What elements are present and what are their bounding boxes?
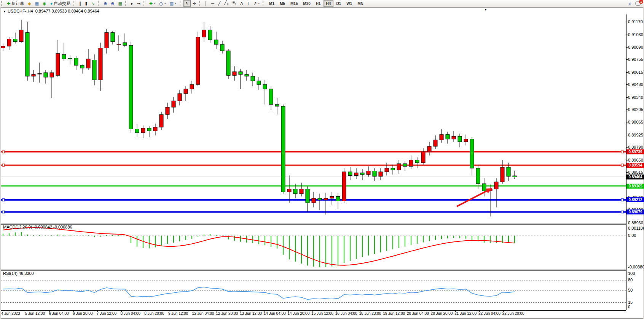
timeframe-h1[interactable]: H1	[313, 0, 324, 7]
support-line-blue-2-handle[interactable]	[2, 211, 5, 213]
vertical-line-button[interactable]: │	[203, 0, 209, 7]
time-tick-label: 16 Jun 04:00	[335, 311, 357, 316]
support-line-blue-2-handle[interactable]	[621, 211, 623, 213]
candle	[220, 44, 224, 51]
time-tick-label: 6 Jun 04:00	[49, 311, 69, 316]
chevron-down-icon[interactable]: ▾	[175, 2, 177, 5]
toolbar-grip	[180, 1, 182, 6]
crosshair-button[interactable]: ✛	[191, 0, 198, 7]
trendline-button[interactable]: ╱	[216, 0, 223, 7]
resistance-line-2-handle[interactable]	[621, 164, 623, 166]
chart-shift-button[interactable]: ⇥	[135, 0, 142, 7]
zoom-in-button[interactable]: ⊕	[102, 0, 109, 7]
cursor-button[interactable]: ↖	[183, 0, 191, 7]
timeframe-d1[interactable]: D1	[333, 0, 344, 7]
zoom-out-button[interactable]: ⊖	[109, 0, 116, 7]
timeframe-m1[interactable]: M1	[266, 0, 277, 7]
price-tick-label: 0.90205	[628, 107, 644, 112]
candle	[38, 73, 41, 74]
candle	[74, 58, 78, 65]
macd-panel[interactable]	[1, 225, 626, 269]
candle	[56, 54, 60, 75]
candle	[196, 37, 200, 84]
macd-value: -0.000842	[33, 225, 52, 229]
rsi-value: 46.3300	[19, 271, 34, 276]
chart-menu-icon[interactable]: ▼	[484, 8, 487, 11]
horizontal-line-button[interactable]: ─	[209, 0, 216, 7]
chevron-down-icon[interactable]: ▾	[258, 2, 260, 5]
candle	[239, 72, 242, 75]
new-order-button[interactable]: ✚新订单	[5, 0, 26, 7]
time-tick-label: 20 Jun 20:00	[431, 311, 453, 316]
tile-windows-button[interactable]: ▦	[116, 0, 124, 7]
search-icon[interactable]: ⌕	[629, 0, 631, 6]
resistance-line-1-handle[interactable]	[621, 151, 623, 153]
price-tick	[626, 97, 628, 98]
arrows-button[interactable]: ↗▾	[251, 0, 261, 7]
main-chart[interactable]	[1, 15, 626, 224]
candle	[446, 135, 450, 139]
candle	[367, 171, 370, 175]
fibonacci-button[interactable]: ≡F	[231, 0, 239, 7]
rsi-panel[interactable]	[1, 271, 626, 309]
support-line-blue-1-handle[interactable]	[2, 199, 5, 201]
time-axis-line	[1, 310, 626, 311]
candlestick-chart-button[interactable]: ▮	[83, 0, 89, 7]
chart-shift-icon: ⇥	[137, 2, 140, 6]
line-chart-button[interactable]: ∿	[89, 0, 97, 7]
timeframe-m5[interactable]: M5	[277, 0, 288, 7]
auto-scroll-button[interactable]: ▸	[129, 0, 135, 7]
candle	[117, 44, 121, 45]
timeframe-w1[interactable]: W1	[344, 0, 355, 7]
support-line-blue-1-handle[interactable]	[621, 199, 623, 201]
time-tick-label: 12 Jun 04:00	[192, 311, 214, 316]
time-tick-label: 22 Jun 20:00	[502, 311, 524, 316]
price-tick	[626, 135, 628, 135]
text-label-button[interactable]: T	[245, 0, 252, 7]
crosshair-icon: ✛	[193, 2, 196, 6]
current-price-line-price-tag: 0.89464	[626, 175, 644, 179]
candle	[153, 127, 157, 131]
macd-scale-label: 0.00	[628, 233, 644, 238]
trend-arrow[interactable]	[457, 190, 488, 206]
market-watch-button[interactable]: ▦	[33, 0, 41, 7]
collapse-icon[interactable]: ▼	[3, 10, 6, 13]
price-tick	[626, 47, 628, 48]
panel-splitter-2[interactable]	[1, 270, 626, 271]
candle	[476, 168, 480, 184]
timeframe-m15[interactable]: M15	[288, 0, 300, 7]
time-tick-label: 20 Jun 04:00	[407, 311, 429, 316]
channel-button[interactable]: ╱E	[222, 0, 230, 7]
chevron-down-icon[interactable]: ▾	[164, 2, 166, 5]
candle	[184, 89, 188, 94]
timeframe-m30[interactable]: M30	[300, 0, 313, 7]
panel-splitter[interactable]	[1, 224, 626, 225]
rsi-scale-label: 15	[628, 300, 644, 305]
candle	[354, 173, 358, 175]
candle	[421, 152, 425, 163]
chart-symbol-period: USDCHF-,H4	[8, 9, 33, 13]
candle	[458, 136, 462, 142]
support-line-green-price-tag: 0.89365	[626, 184, 644, 189]
candle	[178, 94, 182, 101]
timeframe-h4[interactable]: H4	[324, 0, 334, 7]
periods-button[interactable]: ◷▾	[157, 0, 167, 7]
symbols-button[interactable]: ◆	[26, 0, 33, 7]
candle	[513, 176, 516, 177]
timeframe-mn[interactable]: MN	[355, 0, 366, 7]
chevron-down-icon[interactable]: ▾	[154, 2, 156, 5]
autotrading-button[interactable]: ●自动交易	[48, 0, 73, 7]
resistance-line-1-handle[interactable]	[2, 151, 5, 153]
resistance-line-2-handle[interactable]	[2, 164, 5, 166]
monitor-icon: ▦	[35, 2, 39, 6]
indicators-button[interactable]: ✚▾	[147, 0, 158, 7]
chart-ohlc-values: 0.89477 0.89533 0.89464 0.89464	[35, 9, 99, 13]
chat-icon[interactable]: 1	[635, 1, 641, 6]
templates-button[interactable]: ▨▾	[168, 0, 179, 7]
bar-chart-button[interactable]: ∥	[77, 0, 83, 7]
text-button[interactable]: A	[238, 0, 245, 7]
vertical-line-icon: │	[205, 2, 207, 6]
navigator-button[interactable]: ◉	[41, 0, 48, 7]
price-tick	[626, 22, 628, 22]
candle	[202, 30, 206, 37]
